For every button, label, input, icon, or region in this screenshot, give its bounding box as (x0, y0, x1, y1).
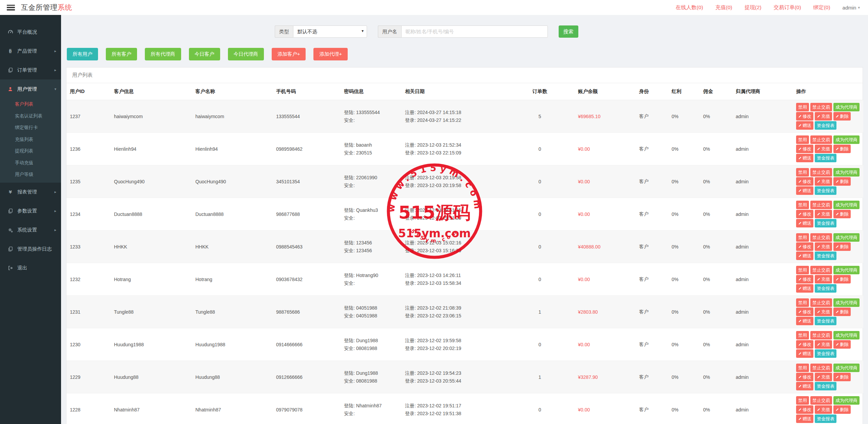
sidebar-item-manual-recharge[interactable]: 手动充值 (0, 157, 61, 169)
add-agent-button[interactable]: 添加代理+ (313, 48, 347, 60)
disable-badge[interactable]: 禁用 (796, 233, 809, 242)
username-input[interactable] (401, 25, 548, 38)
gift-badge[interactable]: 赠送 (796, 186, 813, 195)
edit-badge[interactable]: 修改 (796, 308, 813, 316)
disable-badge[interactable]: 禁用 (796, 298, 809, 307)
delete-badge[interactable]: 删除 (833, 340, 851, 349)
become-agent-badge[interactable]: 成为代理商 (833, 266, 860, 274)
sidebar-item-platform-overview[interactable]: 平台概况 (0, 22, 61, 41)
forbid-trade-badge[interactable]: 禁止交易 (810, 168, 832, 177)
recharge-badge[interactable]: 充值 (815, 145, 832, 153)
fund-report-badge[interactable]: 资金报表 (815, 284, 836, 293)
fund-report-badge[interactable]: 资金报表 (815, 382, 836, 390)
admin-menu[interactable]: admin ▾ (843, 5, 860, 11)
become-agent-badge[interactable]: 成为代理商 (833, 168, 860, 177)
gift-badge[interactable]: 赠送 (796, 317, 813, 325)
become-agent-badge[interactable]: 成为代理商 (833, 201, 860, 209)
fund-report-badge[interactable]: 资金报表 (815, 252, 836, 260)
sidebar-item-product-management[interactable]: B产品管理▸ (0, 41, 61, 60)
stat-recharge-count[interactable]: 充值(0) (715, 4, 732, 11)
edit-badge[interactable]: 修改 (796, 373, 813, 381)
gift-badge[interactable]: 赠送 (796, 414, 813, 423)
gift-badge[interactable]: 赠送 (796, 154, 813, 162)
sidebar-item-withdraw-list[interactable]: 提现列表 (0, 145, 61, 157)
all-customers-button[interactable]: 所有客户 (106, 48, 137, 60)
fund-report-badge[interactable]: 资金报表 (815, 219, 836, 227)
menu-toggle-icon[interactable] (7, 5, 15, 11)
edit-badge[interactable]: 修改 (796, 177, 813, 186)
recharge-badge[interactable]: 充值 (815, 405, 832, 414)
disable-badge[interactable]: 禁用 (796, 135, 809, 144)
disable-badge[interactable]: 禁用 (796, 266, 809, 274)
gift-badge[interactable]: 赠送 (796, 219, 813, 227)
become-agent-badge[interactable]: 成为代理商 (833, 331, 860, 339)
become-agent-badge[interactable]: 成为代理商 (833, 298, 860, 307)
delete-badge[interactable]: 删除 (833, 210, 851, 218)
delete-badge[interactable]: 删除 (833, 177, 851, 186)
forbid-trade-badge[interactable]: 禁止交易 (810, 103, 832, 111)
become-agent-badge[interactable]: 成为代理商 (833, 364, 860, 372)
recharge-badge[interactable]: 充值 (815, 210, 832, 218)
delete-badge[interactable]: 删除 (833, 308, 851, 316)
disable-badge[interactable]: 禁用 (796, 364, 809, 372)
forbid-trade-badge[interactable]: 禁止交易 (810, 266, 832, 274)
disable-badge[interactable]: 禁用 (796, 168, 809, 177)
recharge-badge[interactable]: 充值 (815, 112, 832, 121)
disable-badge[interactable]: 禁用 (796, 103, 809, 111)
fund-report-badge[interactable]: 资金报表 (815, 349, 836, 358)
edit-badge[interactable]: 修改 (796, 210, 813, 218)
delete-badge[interactable]: 删除 (833, 112, 851, 121)
forbid-trade-badge[interactable]: 禁止交易 (810, 396, 832, 405)
disable-badge[interactable]: 禁用 (796, 396, 809, 405)
disable-badge[interactable]: 禁用 (796, 331, 809, 339)
forbid-trade-badge[interactable]: 禁止交易 (810, 364, 832, 372)
sidebar-item-user-level[interactable]: 用户等级 (0, 169, 61, 181)
forbid-trade-badge[interactable]: 禁止交易 (810, 201, 832, 209)
sidebar-item-parameter-settings[interactable]: 参数设置▸ (0, 202, 61, 221)
sidebar-item-user-management[interactable]: 用户管理▾ (0, 79, 61, 98)
sidebar-item-logout[interactable]: 退出 (0, 259, 61, 278)
sidebar-item-bank-card-binding[interactable]: 绑定银行卡 (0, 122, 61, 134)
recharge-badge[interactable]: 充值 (815, 177, 832, 186)
all-users-button[interactable]: 所有用户 (67, 48, 98, 60)
edit-badge[interactable]: 修改 (796, 275, 813, 283)
gift-badge[interactable]: 赠送 (796, 284, 813, 293)
sidebar-item-recharge-list[interactable]: 充值列表 (0, 134, 61, 146)
all-agents-button[interactable]: 所有代理商 (145, 48, 181, 60)
sidebar-item-realname-verification-list[interactable]: 实名认证列表 (0, 110, 61, 122)
type-select[interactable]: 默认不选 (293, 25, 367, 38)
forbid-trade-badge[interactable]: 禁止交易 (810, 331, 832, 339)
sidebar-item-customer-list[interactable]: 客户列表 (0, 98, 61, 110)
delete-badge[interactable]: 删除 (833, 242, 851, 251)
forbid-trade-badge[interactable]: 禁止交易 (810, 298, 832, 307)
sidebar-item-order-management[interactable]: 订单管理▸ (0, 60, 61, 79)
today-agents-button[interactable]: 今日代理商 (228, 48, 264, 60)
forbid-trade-badge[interactable]: 禁止交易 (810, 233, 832, 242)
stat-binding-count[interactable]: 绑定(0) (813, 4, 830, 11)
delete-badge[interactable]: 删除 (833, 145, 851, 153)
delete-badge[interactable]: 删除 (833, 405, 851, 414)
gift-badge[interactable]: 赠送 (796, 382, 813, 390)
add-customer-button[interactable]: 添加客户+ (272, 48, 306, 60)
edit-badge[interactable]: 修改 (796, 405, 813, 414)
sidebar-item-report-management[interactable]: ¥报表管理▸ (0, 183, 61, 202)
today-customers-button[interactable]: 今日客户 (189, 48, 220, 60)
stat-withdraw-count[interactable]: 提现(2) (745, 4, 761, 11)
fund-report-badge[interactable]: 资金报表 (815, 154, 836, 162)
delete-badge[interactable]: 删除 (833, 275, 851, 283)
gift-badge[interactable]: 赠送 (796, 121, 813, 130)
recharge-badge[interactable]: 充值 (815, 242, 832, 251)
sidebar-item-admin-operation-log[interactable]: 管理员操作日志 (0, 240, 61, 259)
become-agent-badge[interactable]: 成为代理商 (833, 135, 860, 144)
stat-online-count[interactable]: 在线人数(0) (676, 4, 703, 11)
fund-report-badge[interactable]: 资金报表 (815, 121, 836, 130)
edit-badge[interactable]: 修改 (796, 340, 813, 349)
become-agent-badge[interactable]: 成为代理商 (833, 233, 860, 242)
recharge-badge[interactable]: 充值 (815, 308, 832, 316)
edit-badge[interactable]: 修改 (796, 242, 813, 251)
fund-report-badge[interactable]: 资金报表 (815, 317, 836, 325)
recharge-badge[interactable]: 充值 (815, 275, 832, 283)
disable-badge[interactable]: 禁用 (796, 201, 809, 209)
search-button[interactable]: 搜索 (559, 25, 578, 38)
edit-badge[interactable]: 修改 (796, 112, 813, 121)
